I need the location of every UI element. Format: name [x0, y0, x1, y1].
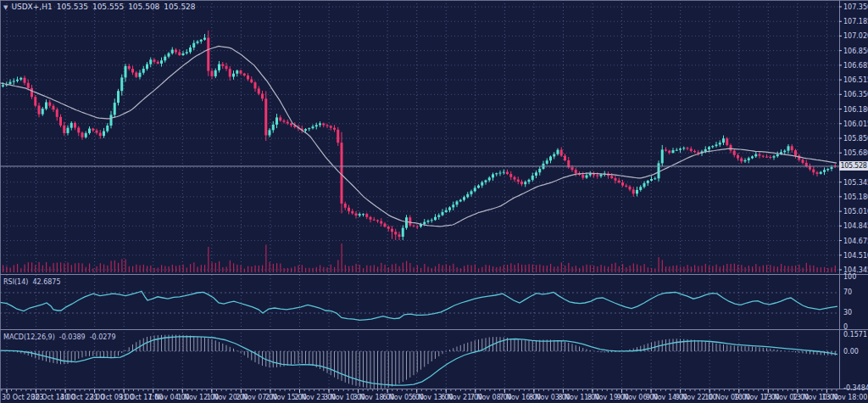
macd-tick-label: 0.1571 — [843, 331, 867, 339]
current-price-badge: 105.528 — [839, 161, 868, 171]
candle-body — [139, 73, 142, 77]
volume-bar — [276, 263, 277, 272]
chart-canvas[interactable]: 107.350107.185107.020106.850106.685106.5… — [0, 0, 868, 403]
candle-body — [312, 126, 314, 128]
candle-body — [63, 126, 65, 133]
chart-background — [0, 0, 868, 403]
volume-bar — [622, 264, 623, 272]
volume-bar — [691, 266, 692, 272]
candle-body — [128, 66, 131, 69]
volume-bar — [132, 266, 133, 272]
candle-body — [175, 50, 177, 53]
volume-bar — [803, 268, 804, 272]
volume-bar — [582, 266, 583, 272]
candle-body — [639, 187, 642, 190]
candle-body — [110, 115, 113, 126]
candle-body — [135, 72, 137, 76]
candle-body — [380, 221, 382, 224]
candle-body — [514, 177, 516, 180]
candle-body — [351, 211, 353, 214]
candle-body — [225, 66, 228, 69]
candle-body — [719, 143, 721, 144]
bar-low-value: 105.508 — [128, 3, 159, 11]
price-tick-label: 104.675 — [843, 238, 868, 245]
volume-bar — [587, 265, 587, 272]
candle-body — [254, 82, 257, 88]
volume-bar — [294, 266, 295, 272]
volume-bar — [741, 265, 742, 272]
candle-body — [661, 149, 664, 163]
candle-body — [499, 173, 502, 174]
volume-bar — [766, 265, 767, 272]
volume-bar — [597, 266, 598, 272]
candle-body — [816, 172, 819, 174]
candle-body — [402, 228, 404, 237]
rsi-tick-label: 0 — [843, 323, 848, 331]
volume-bar — [219, 261, 220, 272]
candle-body — [365, 214, 368, 217]
rsi-value: 42.6875 — [32, 278, 60, 286]
candle-body — [740, 159, 743, 162]
candle-body — [348, 208, 350, 211]
candle-body — [571, 167, 574, 170]
candle-body — [600, 175, 603, 176]
volume-bar — [453, 264, 453, 272]
volume-bar — [813, 266, 814, 272]
candle-body — [27, 83, 30, 88]
volume-bar — [86, 267, 86, 272]
candle-body — [776, 154, 779, 156]
volume-bar — [784, 266, 785, 272]
candle-body — [261, 93, 264, 98]
volume-bar — [143, 265, 144, 272]
volume-bar — [449, 266, 450, 272]
volume-bar — [507, 265, 508, 272]
volume-bar — [82, 263, 83, 272]
candle-body — [650, 179, 653, 181]
volume-bar — [161, 265, 162, 272]
candle-body — [427, 221, 430, 222]
trading-chart-window: 107.350107.185107.020106.850106.685106.5… — [0, 0, 868, 403]
volume-bar — [150, 266, 151, 272]
candle-body — [211, 71, 214, 76]
candle-body — [308, 128, 310, 129]
triangle-down-icon[interactable]: ▼ — [3, 4, 8, 11]
candle-body — [477, 186, 480, 188]
volume-bar — [118, 263, 119, 272]
candle-body — [463, 197, 465, 199]
volume-bar — [233, 263, 234, 272]
volume-bar — [669, 266, 670, 272]
candle-body — [387, 227, 390, 229]
volume-bar — [550, 264, 551, 272]
volume-bar — [673, 266, 674, 272]
volume-bar — [348, 266, 349, 272]
candle-body — [524, 182, 526, 184]
volume-bar — [536, 265, 537, 272]
volume-bar — [363, 268, 364, 272]
candle-body — [146, 64, 148, 69]
candle-body — [236, 70, 238, 74]
candle-body — [711, 146, 714, 147]
candle-body — [682, 148, 685, 148]
candle-body — [506, 172, 509, 174]
candle-body — [92, 129, 94, 131]
volume-bar — [75, 263, 75, 272]
volume-bar — [705, 264, 706, 272]
candle-body — [751, 156, 754, 158]
candle-body — [189, 48, 192, 52]
volume-bar — [654, 268, 655, 272]
candle-body — [687, 148, 689, 148]
volume-bar — [107, 266, 108, 272]
volume-bar — [388, 267, 389, 272]
candle-body — [247, 76, 249, 79]
candle-body — [373, 220, 376, 221]
candle-body — [787, 146, 790, 150]
candle-body — [229, 69, 231, 76]
candle-body — [315, 125, 318, 126]
volume-bar — [615, 263, 616, 272]
candle-body — [722, 138, 725, 143]
volume-bar — [270, 262, 270, 272]
candle-body — [470, 191, 473, 194]
volume-bar — [698, 266, 698, 272]
candle-body — [85, 133, 87, 137]
volume-bar — [821, 267, 821, 272]
